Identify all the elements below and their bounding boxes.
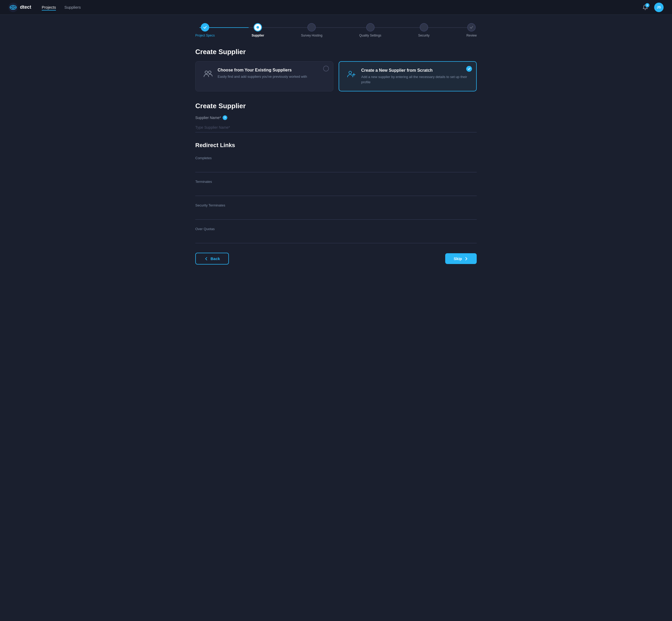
option-new-supplier[interactable]: Create a New Supplier from Scratch Add a… [339,61,477,91]
existing-suppliers-desc: Easily find and add suppliers you've pre… [218,74,307,79]
step-survey-hosting[interactable]: Survey Hosting [301,23,322,37]
new-supplier-title: Create a New Supplier from Scratch [361,68,470,73]
existing-suppliers-radio[interactable] [323,66,329,72]
main-nav: Projects Suppliers [42,4,640,10]
new-supplier-icon [346,68,357,80]
redirect-completes-field: Completes [195,156,477,172]
stepper-steps: Project Specs Supplier Survey Hosting Qu… [195,23,477,37]
progress-stepper: Project Specs Supplier Survey Hosting Qu… [195,23,477,37]
logo-icon [8,3,18,12]
step-circle-quality-settings [366,23,374,32]
create-supplier-heading: Create Supplier [195,48,477,56]
logo-text: dtect [20,4,31,10]
redirect-terminates-input[interactable] [195,186,477,196]
main-content: Project Specs Supplier Survey Hosting Qu… [189,15,483,286]
help-icon[interactable]: ? [223,115,227,120]
step-label-project-specs: Project Specs [195,34,215,37]
step-circle-survey-hosting [307,23,316,32]
supplier-name-label: Supplier Name* ? [195,115,477,120]
step-circle-security [420,23,428,32]
step-label-review: Review [466,34,477,37]
step-circle-project-specs [201,23,209,32]
step-project-specs[interactable]: Project Specs [195,23,215,37]
existing-suppliers-text: Choose from Your Existing Suppliers Easi… [218,68,307,79]
existing-suppliers-title: Choose from Your Existing Suppliers [218,68,307,73]
create-supplier-form: Create Supplier Supplier Name* ? [195,102,477,132]
skip-arrow-icon [464,257,468,261]
notification-badge: 8 [645,3,649,7]
skip-button[interactable]: Skip [445,253,477,264]
redirect-links-section: Redirect Links Completes Terminates Secu… [195,142,477,243]
step-security[interactable]: Security [418,23,430,37]
new-supplier-radio[interactable] [466,66,472,72]
svg-point-3 [13,7,14,8]
redirect-security-terminates-field: Security Terminates [195,203,477,220]
user-avatar[interactable]: JS [654,3,664,12]
redirect-security-terminates-label: Security Terminates [195,203,477,207]
bottom-bar: Back Skip [195,253,477,264]
option-cards: Choose from Your Existing Suppliers Easi… [195,61,477,91]
redirect-over-quotas-input[interactable] [195,234,477,243]
option-existing-suppliers[interactable]: Choose from Your Existing Suppliers Easi… [195,61,333,91]
step-review[interactable]: Review [466,23,477,37]
redirect-over-quotas-field: Over Quotas [195,227,477,243]
step-label-security: Security [418,34,430,37]
notification-button[interactable]: 8 [640,3,650,12]
back-button[interactable]: Back [195,253,229,264]
redirect-links-heading: Redirect Links [195,142,477,149]
step-circle-review [467,23,476,32]
svg-point-8 [349,71,352,74]
step-supplier[interactable]: Supplier [252,23,264,37]
svg-point-7 [209,71,211,74]
redirect-terminates-field: Terminates [195,180,477,196]
step-label-survey-hosting: Survey Hosting [301,34,322,37]
step-label-quality-settings: Quality Settings [359,34,382,37]
redirect-completes-input[interactable] [195,163,477,172]
redirect-security-terminates-input[interactable] [195,210,477,220]
form-heading: Create Supplier [195,102,477,110]
step-label-supplier: Supplier [252,34,264,37]
step-quality-settings[interactable]: Quality Settings [359,23,382,37]
step-circle-supplier [254,23,262,32]
redirect-completes-label: Completes [195,156,477,160]
navbar-right: 8 JS [640,3,664,12]
new-supplier-desc: Add a new supplier by entering all the n… [361,74,470,85]
supplier-name-input[interactable] [195,123,477,132]
nav-suppliers[interactable]: Suppliers [64,4,81,10]
navbar: dtect Projects Suppliers 8 JS [0,0,672,15]
new-supplier-text: Create a New Supplier from Scratch Add a… [361,68,470,85]
redirect-over-quotas-label: Over Quotas [195,227,477,231]
existing-suppliers-icon [202,68,213,79]
redirect-terminates-label: Terminates [195,180,477,183]
nav-projects[interactable]: Projects [42,4,56,10]
logo: dtect [8,3,31,12]
back-arrow-icon [204,257,209,261]
svg-point-6 [205,71,208,74]
